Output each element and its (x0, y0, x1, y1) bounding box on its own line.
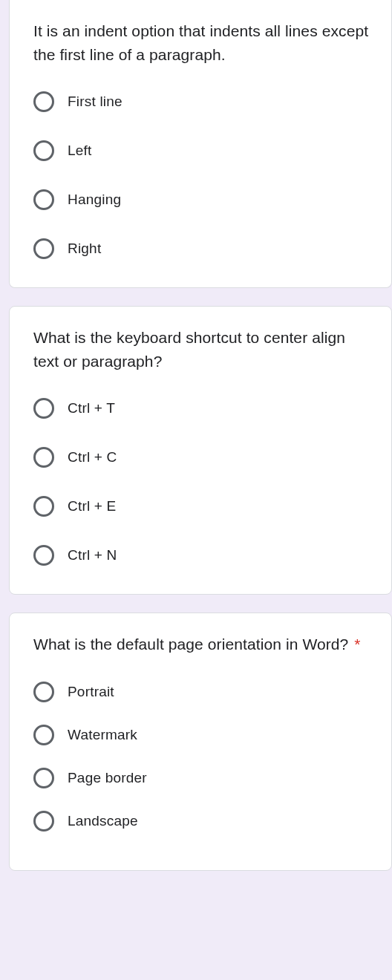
radio-icon (33, 811, 54, 832)
question-text: What is the default page orientation in … (33, 636, 348, 653)
radio-icon (33, 238, 54, 259)
radio-option[interactable]: Ctrl + C (33, 442, 372, 472)
radio-icon (33, 140, 54, 161)
radio-option[interactable]: Portrait (33, 677, 372, 707)
option-label: Page border (68, 770, 147, 786)
radio-option[interactable]: Left (33, 136, 372, 166)
radio-icon (33, 447, 54, 468)
option-label: First line (68, 94, 122, 110)
required-asterisk: * (350, 636, 360, 653)
option-label: Watermark (68, 727, 137, 743)
options-group: First line Left Hanging Right (33, 87, 372, 264)
question-prompt: What is the keyboard shortcut to center … (33, 326, 372, 373)
radio-option[interactable]: First line (33, 87, 372, 117)
question-prompt: What is the default page orientation in … (33, 633, 372, 656)
options-group: Portrait Watermark Page border Landscape (33, 677, 372, 836)
radio-option[interactable]: Ctrl + T (33, 393, 372, 423)
radio-icon (33, 496, 54, 517)
option-label: Portrait (68, 684, 114, 700)
radio-option[interactable]: Landscape (33, 806, 372, 836)
question-text: What is the keyboard shortcut to center … (33, 329, 345, 370)
radio-icon (33, 768, 54, 788)
radio-option[interactable]: Right (33, 234, 372, 264)
option-label: Landscape (68, 813, 138, 829)
radio-option[interactable]: Hanging (33, 185, 372, 215)
option-label: Ctrl + N (68, 547, 117, 564)
option-label: Ctrl + T (68, 400, 115, 416)
option-label: Ctrl + E (68, 498, 116, 514)
radio-icon (33, 545, 54, 566)
radio-icon (33, 725, 54, 745)
options-group: Ctrl + T Ctrl + C Ctrl + E Ctrl + N (33, 393, 372, 570)
option-label: Left (68, 143, 92, 159)
option-label: Ctrl + C (68, 449, 117, 466)
radio-option[interactable]: Ctrl + N (33, 540, 372, 570)
radio-icon (33, 682, 54, 702)
radio-icon (33, 189, 54, 210)
radio-option[interactable]: Ctrl + E (33, 491, 372, 521)
question-card: What is the keyboard shortcut to center … (9, 306, 392, 595)
radio-option[interactable]: Watermark (33, 720, 372, 750)
radio-icon (33, 398, 54, 419)
radio-option[interactable]: Page border (33, 763, 372, 793)
question-card: What is the default page orientation in … (9, 612, 392, 871)
question-prompt: It is an indent option that indents all … (33, 19, 372, 66)
question-card: It is an indent option that indents all … (9, 0, 392, 288)
option-label: Right (68, 241, 101, 257)
question-text: It is an indent option that indents all … (33, 22, 368, 63)
option-label: Hanging (68, 192, 121, 208)
radio-icon (33, 91, 54, 112)
